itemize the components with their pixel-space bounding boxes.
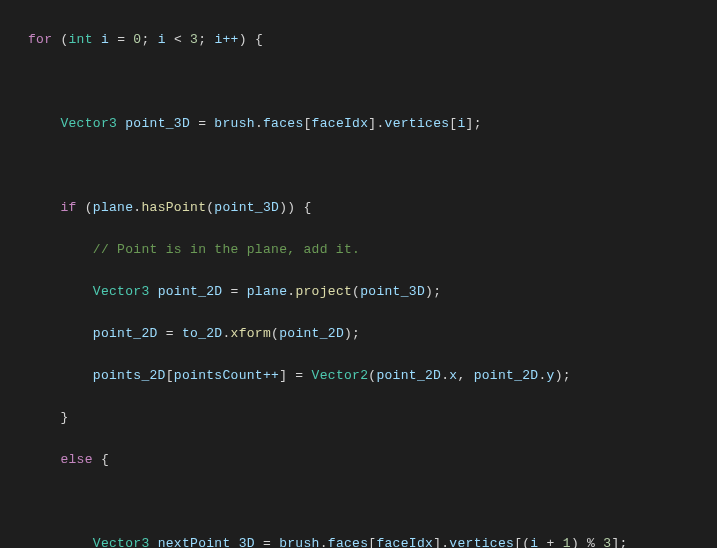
var-faces: faces bbox=[328, 536, 369, 548]
var-faces: faces bbox=[263, 116, 304, 131]
var-i: i bbox=[158, 32, 166, 47]
var-arg: point_3D bbox=[214, 200, 279, 215]
code-editor[interactable]: for (int i = 0; i < 3; i++) { Vector3 po… bbox=[0, 0, 717, 548]
var-point2d: point_2D bbox=[158, 284, 223, 299]
field-y: y bbox=[547, 368, 555, 383]
code-line[interactable] bbox=[28, 155, 717, 176]
var-pts: points_2D bbox=[93, 368, 166, 383]
code-line[interactable] bbox=[28, 491, 717, 512]
type-vector3: Vector3 bbox=[93, 536, 150, 548]
var-i: i bbox=[530, 536, 538, 548]
var-plane: plane bbox=[247, 284, 288, 299]
code-line[interactable]: Vector3 point_2D = plane.project(point_3… bbox=[28, 281, 717, 302]
comment: // Point is in the plane, add it. bbox=[93, 242, 360, 257]
fn-haspoint: hasPoint bbox=[141, 200, 206, 215]
var-arg: point_2D bbox=[279, 326, 344, 341]
var-to2d: to_2D bbox=[182, 326, 223, 341]
keyword-if: if bbox=[60, 200, 76, 215]
var-vertices: vertices bbox=[385, 116, 450, 131]
var-brush: brush bbox=[214, 116, 255, 131]
var-brush: brush bbox=[279, 536, 320, 548]
code-line[interactable]: points_2D[pointsCount++] = Vector2(point… bbox=[28, 365, 717, 386]
code-line[interactable]: if (plane.hasPoint(point_3D)) { bbox=[28, 197, 717, 218]
code-line[interactable]: point_2D = to_2D.xform(point_2D); bbox=[28, 323, 717, 344]
type-int: int bbox=[69, 32, 93, 47]
var-i: i bbox=[101, 32, 109, 47]
field-x: x bbox=[449, 368, 457, 383]
var-ipp: i++ bbox=[214, 32, 238, 47]
var-point2d: point_2D bbox=[93, 326, 158, 341]
var-vertices: vertices bbox=[449, 536, 514, 548]
var-x: point_2D bbox=[376, 368, 441, 383]
num-0: 0 bbox=[133, 32, 141, 47]
var-arg: point_3D bbox=[360, 284, 425, 299]
keyword-for: for bbox=[28, 32, 52, 47]
code-line[interactable]: // Point is in the plane, add it. bbox=[28, 239, 717, 260]
code-line[interactable]: else { bbox=[28, 449, 717, 470]
code-line[interactable]: Vector3 point_3D = brush.faces[faceIdx].… bbox=[28, 113, 717, 134]
var-i: i bbox=[457, 116, 465, 131]
type-vector3: Vector3 bbox=[93, 284, 150, 299]
var-faceidx: faceIdx bbox=[312, 116, 369, 131]
fn-project: project bbox=[295, 284, 352, 299]
var-nextpoint: nextPoint_3D bbox=[158, 536, 255, 548]
var-faceidx: faceIdx bbox=[376, 536, 433, 548]
var-y: point_2D bbox=[474, 368, 539, 383]
type-vector3: Vector3 bbox=[60, 116, 117, 131]
var-point3d: point_3D bbox=[125, 116, 190, 131]
var-plane: plane bbox=[93, 200, 134, 215]
code-line[interactable] bbox=[28, 71, 717, 92]
code-line[interactable]: Vector3 nextPoint_3D = brush.faces[faceI… bbox=[28, 533, 717, 548]
num-3: 3 bbox=[603, 536, 611, 548]
var-idx: pointsCount++ bbox=[174, 368, 279, 383]
code-line[interactable]: for (int i = 0; i < 3; i++) { bbox=[28, 29, 717, 50]
num-3: 3 bbox=[190, 32, 198, 47]
keyword-else: else bbox=[60, 452, 92, 467]
fn-xform: xform bbox=[231, 326, 272, 341]
type-vector2: Vector2 bbox=[312, 368, 369, 383]
code-line[interactable]: } bbox=[28, 407, 717, 428]
num-1: 1 bbox=[563, 536, 571, 548]
